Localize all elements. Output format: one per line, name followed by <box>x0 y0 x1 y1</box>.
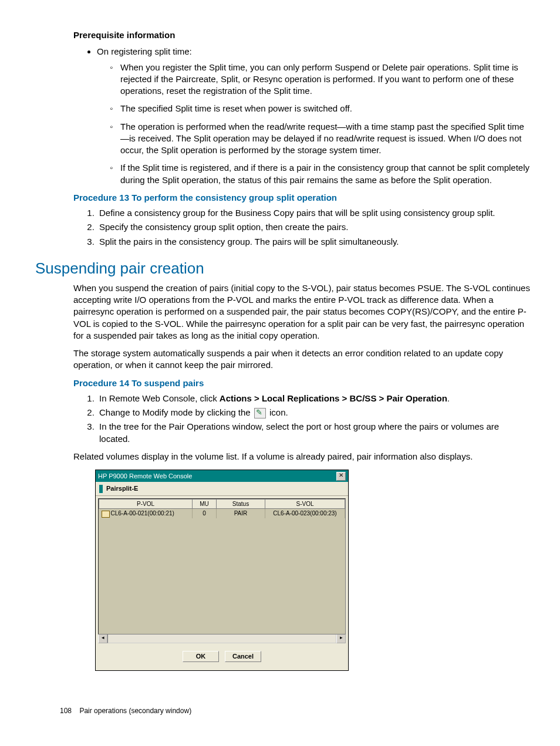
proc14-step-2: Change to Modify mode by clicking the ic… <box>97 407 531 418</box>
ok-button[interactable]: OK <box>183 651 219 662</box>
cell-mu: 0 <box>193 509 217 518</box>
dialog-titlebar: HP P9000 Remote Web Console ✕ <box>96 470 348 482</box>
step1-pre: In Remote Web Console, click <box>99 393 220 403</box>
proc14-step-1: In Remote Web Console, click Actions > L… <box>97 393 531 404</box>
prereq-top-text: On registering split time: <box>97 46 192 56</box>
prereq-sub-0: When you register the Split time, you ca… <box>120 62 531 97</box>
dialog-screenshot: HP P9000 Remote Web Console ✕ Pairsplit-… <box>95 470 542 671</box>
dialog-body: P-VOL MU Status S-VOL CL6-A-00-021(00:00… <box>96 496 348 645</box>
dialog-subtitle-row: Pairsplit-E <box>96 482 348 496</box>
proc14-steps: In Remote Web Console, click Actions > L… <box>73 393 531 445</box>
dialog-button-row: OK Cancel <box>96 645 348 670</box>
proc14-step-3: In the tree for the Pair Operations wind… <box>97 421 531 445</box>
page-footer: 108 Pair operations (secondary window) <box>18 706 542 715</box>
prereq-sub-3: If the Split time is registered, and if … <box>120 162 531 186</box>
scroll-left-icon[interactable]: ◂ <box>98 634 107 643</box>
prereq-sub-1: The specified Split time is reset when p… <box>120 103 531 114</box>
close-icon[interactable]: ✕ <box>336 472 346 481</box>
proc13-heading: Procedure 13 To perform the consistency … <box>73 192 531 204</box>
section-p1: When you suspend the creation of pairs (… <box>73 282 531 342</box>
table-header-row: P-VOL MU Status S-VOL <box>99 499 345 509</box>
proc14-related: Related volumes display in the volume li… <box>73 451 531 463</box>
prereq-list: On registering split time: When you regi… <box>73 46 531 186</box>
step2-post: icon. <box>267 407 288 417</box>
step1-post: . <box>447 393 450 403</box>
proc14-heading: Procedure 14 To suspend pairs <box>73 377 531 389</box>
col-mu[interactable]: MU <box>193 499 217 509</box>
proc13-step-1: Define a consistency group for the Busin… <box>97 207 531 219</box>
pvol-text: CL6-A-00-021(00:00:21) <box>111 510 174 517</box>
section-p2: The storage system automatically suspend… <box>73 347 531 372</box>
proc13-step-2: Specify the consistency group split opti… <box>97 221 531 233</box>
col-svol[interactable]: S-VOL <box>265 499 345 509</box>
step2-pre: Change to Modify mode by clicking the <box>99 407 253 417</box>
cell-status: PAIR <box>217 509 265 518</box>
scroll-track[interactable] <box>107 634 336 643</box>
cell-pvol: CL6-A-00-021(00:00:21) <box>99 509 193 518</box>
scroll-right-icon[interactable]: ▸ <box>336 634 346 643</box>
proc13-step-3: Split the pairs in the consistency group… <box>97 236 531 248</box>
cell-svol: CL6-A-00-023(00:00:23) <box>265 509 345 518</box>
prereq-sub-2: The operation is performed when the read… <box>120 121 531 157</box>
pairsplit-dialog: HP P9000 Remote Web Console ✕ Pairsplit-… <box>95 470 349 671</box>
dialog-grid: P-VOL MU Status S-VOL CL6-A-00-021(00:00… <box>98 498 346 634</box>
pairs-table: P-VOL MU Status S-VOL CL6-A-00-021(00:00… <box>99 499 345 518</box>
page-number: 108 <box>60 706 72 715</box>
prereq-sub-list: When you register the Split time, you ca… <box>97 62 531 186</box>
section-heading: Suspending pair creation <box>35 258 531 279</box>
prereq-top-item: On registering split time: When you regi… <box>97 46 531 186</box>
teal-bar-icon <box>99 485 103 493</box>
volume-icon <box>102 511 110 518</box>
prereq-heading: Prerequisite information <box>73 29 531 41</box>
col-status[interactable]: Status <box>217 499 265 509</box>
dialog-subtitle: Pairsplit-E <box>106 484 138 493</box>
dialog-title-text: HP P9000 Remote Web Console <box>98 472 192 481</box>
footer-title: Pair operations (secondary window) <box>79 707 191 715</box>
proc13-steps: Define a consistency group for the Busin… <box>73 207 531 248</box>
col-pvol[interactable]: P-VOL <box>99 499 193 509</box>
h-scrollbar[interactable]: ◂ ▸ <box>98 634 346 643</box>
cancel-button[interactable]: Cancel <box>225 651 261 662</box>
modify-mode-icon <box>254 408 266 418</box>
table-row[interactable]: CL6-A-00-021(00:00:21) 0 PAIR CL6-A-00-0… <box>99 509 345 518</box>
step1-bold: Actions > Local Replications > BC/SS > P… <box>220 393 447 403</box>
